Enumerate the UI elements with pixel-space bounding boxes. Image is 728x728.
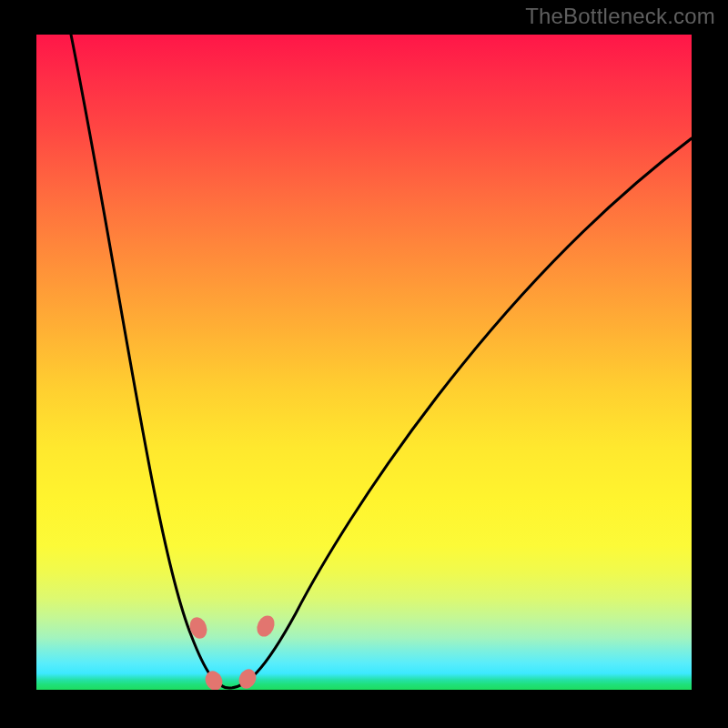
markers-group: [187, 612, 278, 690]
curve-svg: [36, 35, 692, 690]
bottleneck-curve: [71, 35, 692, 688]
watermark-text: TheBottleneck.com: [525, 4, 715, 29]
right-upper-marker: [254, 612, 278, 639]
chart-container: TheBottleneck.com: [0, 0, 728, 728]
plot-area: [36, 35, 692, 690]
